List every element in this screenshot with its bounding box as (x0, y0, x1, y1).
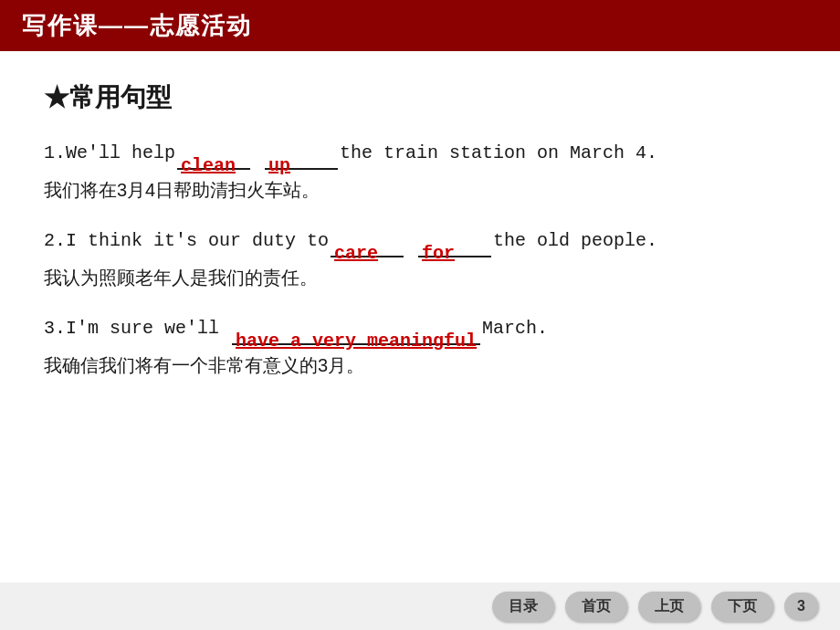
sentence-1-english: 1.We'll helpclean upthe train station on… (44, 137, 796, 170)
prev-button[interactable]: 上页 (638, 592, 700, 622)
slide: 写作课——志愿活动 ★常用句型 1.We'll helpclean upthe … (0, 0, 840, 630)
s3-prefix: 3.I'm sure we'll (44, 318, 230, 339)
s2-fill1: care (331, 237, 382, 270)
s3-suffix: March. (482, 318, 548, 339)
s1-prefix: 1.We'll help (44, 142, 175, 163)
sentence-3: 3.I'm sure we'll have a very meaningfulM… (44, 312, 796, 382)
s2-prefix: 2.I think it's our duty to (44, 230, 329, 251)
s1-suffix: the train station on March 4. (340, 142, 657, 163)
sentence-1: 1.We'll helpclean upthe train station on… (44, 137, 796, 206)
home-button[interactable]: 首页 (565, 592, 627, 622)
page-number: 3 (784, 593, 818, 620)
sentence-2-english: 2.I think it's our duty tocare forthe ol… (44, 225, 796, 257)
s2-blank1: care (331, 237, 404, 257)
s2-fill2: for (418, 237, 458, 270)
s2-blank2: for (418, 237, 491, 257)
s3-blank1: have a very meaningful (232, 325, 480, 345)
footer-bar: 目录 首页 上页 下页 3 (0, 583, 840, 630)
slide-title: 写作课——志愿活动 (22, 10, 252, 42)
main-content: ★常用句型 1.We'll helpclean upthe train stat… (0, 51, 840, 583)
s2-suffix: the old people. (493, 230, 657, 251)
sentence-1-chinese: 我们将在3月4日帮助清扫火车站。 (44, 173, 796, 206)
sentence-2: 2.I think it's our duty tocare forthe ol… (44, 225, 796, 294)
sentence-3-english: 3.I'm sure we'll have a very meaningfulM… (44, 312, 796, 345)
section-heading: ★常用句型 (44, 80, 796, 115)
catalog-button[interactable]: 目录 (492, 592, 554, 622)
next-button[interactable]: 下页 (711, 592, 773, 622)
s1-blank1: clean (177, 150, 250, 170)
s1-blank2: up (265, 150, 338, 170)
header-bar: 写作课——志愿活动 (0, 0, 840, 51)
